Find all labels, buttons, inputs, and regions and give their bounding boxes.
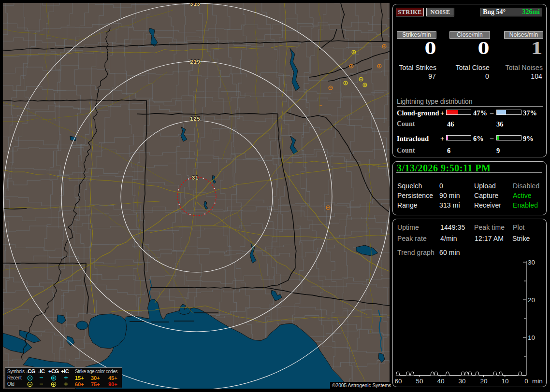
svg-text:50: 50 [416, 378, 423, 385]
svg-text:125: 125 [190, 116, 200, 122]
svg-text:20: 20 [528, 296, 535, 304]
svg-text:10: 10 [501, 378, 508, 385]
svg-text:0: 0 [524, 378, 528, 385]
svg-text:40: 40 [437, 378, 444, 385]
svg-text:30: 30 [528, 259, 535, 266]
svg-text:219: 219 [190, 59, 200, 65]
svg-text:31: 31 [192, 175, 199, 181]
svg-text:30: 30 [458, 378, 465, 385]
svg-text:10: 10 [528, 334, 535, 341]
svg-text:60: 60 [394, 378, 402, 385]
svg-text:min: min [532, 378, 543, 385]
svg-text:313: 313 [190, 3, 200, 7]
svg-text:20: 20 [480, 378, 487, 385]
